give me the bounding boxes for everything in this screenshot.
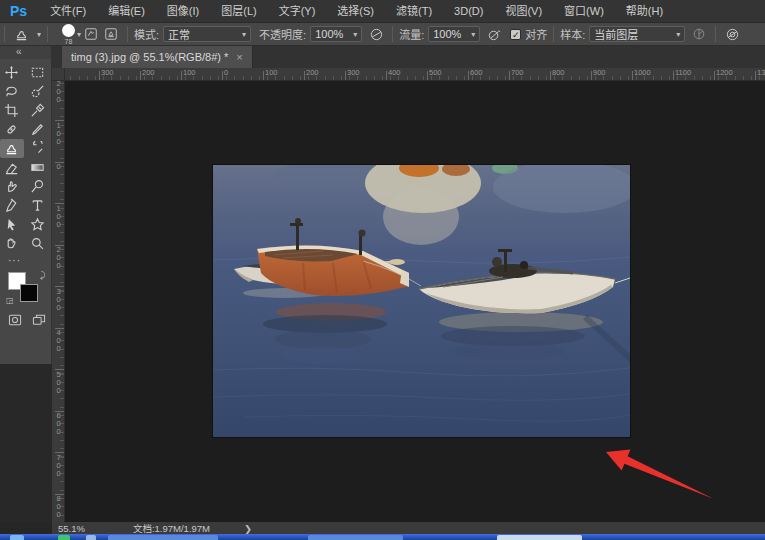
align-option[interactable]: ✓ 对齐 [510, 26, 547, 42]
sample-label: 样本: [560, 26, 585, 42]
vertical-ruler[interactable]: 2001000100200300400500600700800 [52, 81, 65, 522]
flow-label: 流量: [399, 26, 424, 42]
custom-shape-tool[interactable] [26, 215, 50, 234]
photoshop-logo: Ps [0, 3, 39, 19]
mode-label: 模式: [134, 26, 159, 42]
document-tab[interactable]: timg (3).jpg @ 55.1%(RGB/8#) * × [62, 46, 253, 68]
gradient-tool[interactable] [26, 158, 50, 177]
horizontal-ruler[interactable]: 3002001000100200300400500600700800900100… [65, 68, 765, 81]
tools-panel: « [0, 46, 52, 364]
align-label: 对齐 [525, 26, 547, 42]
menu-type[interactable]: 文字(Y) [268, 0, 327, 23]
menu-help[interactable]: 帮助(H) [615, 0, 674, 23]
clone-stamp-tool[interactable] [0, 139, 24, 158]
color-swatches: ⤸ ◲ [6, 270, 51, 310]
status-options-chevron[interactable]: ❯ [244, 523, 252, 534]
chevron-down-icon: ▾ [471, 30, 475, 39]
screen-mode-icon[interactable] [32, 314, 46, 328]
crop-tool[interactable] [0, 101, 24, 120]
close-icon[interactable]: × [236, 51, 242, 63]
spot-healing-brush-tool[interactable] [0, 120, 24, 139]
pressure-size-icon[interactable] [722, 25, 742, 43]
taskbar-window-button[interactable] [108, 535, 218, 540]
menu-3d[interactable]: 3D(D) [443, 0, 494, 23]
menu-window[interactable]: 窗口(W) [553, 0, 615, 23]
brush-tip-icon [62, 24, 75, 37]
opacity-label: 不透明度: [259, 26, 306, 42]
menu-layer[interactable]: 图层(L) [210, 0, 267, 23]
document-title: timg (3).jpg @ 55.1%(RGB/8#) * [71, 51, 228, 63]
dodge-tool[interactable] [26, 177, 50, 196]
mode-dropdown[interactable]: 正常 ▾ [163, 26, 251, 42]
photo-boats-image[interactable] [213, 165, 630, 437]
zoom-level-field[interactable]: 55.1% [52, 523, 93, 534]
brush-preset-picker[interactable]: 78 [62, 24, 75, 45]
menu-select[interactable]: 选择(S) [326, 0, 385, 23]
menu-filter[interactable]: 滤镜(T) [385, 0, 443, 23]
pressure-opacity-icon[interactable] [366, 25, 386, 43]
airbrush-icon[interactable] [484, 25, 504, 43]
zoom-tool[interactable] [26, 234, 50, 253]
tool-preset-picker[interactable]: ▾ [11, 25, 41, 43]
pen-tool[interactable] [0, 196, 24, 215]
taskbar-start-icon[interactable] [10, 535, 24, 540]
opacity-dropdown[interactable]: 100% ▾ [310, 26, 362, 42]
chevron-down-icon: ▾ [37, 30, 41, 39]
photoshop-window: Ps 文件(F) 编辑(E) 图像(I) 图层(L) 文字(Y) 选择(S) 滤… [0, 0, 765, 540]
document-size-info: 文档:1.97M/1.97M [133, 521, 210, 535]
brush-tool[interactable] [26, 120, 50, 139]
lasso-tool[interactable] [0, 82, 24, 101]
move-tool[interactable] [0, 63, 24, 82]
chevron-down-icon: ▾ [676, 30, 680, 39]
clone-stamp-preset-icon [11, 25, 31, 43]
path-selection-tool[interactable] [0, 215, 24, 234]
edit-toolbar-button[interactable]: ··· [0, 253, 51, 266]
ruler-origin-corner [52, 68, 65, 81]
tool-grid [0, 63, 51, 253]
chevron-down-icon: ▾ [242, 30, 246, 39]
menu-edit[interactable]: 编辑(E) [97, 0, 156, 23]
horizontal-type-tool[interactable] [26, 196, 50, 215]
background-color-swatch[interactable] [20, 284, 38, 302]
flow-dropdown[interactable]: 100% ▾ [428, 26, 480, 42]
quick-mask-mode-icon[interactable] [8, 314, 22, 328]
taskbar-window-button[interactable] [308, 535, 403, 540]
smudge-tool[interactable] [0, 177, 24, 196]
hand-tool[interactable] [0, 234, 24, 253]
quick-selection-tool[interactable] [26, 82, 50, 101]
brush-size-value: 78 [65, 38, 73, 45]
align-checkbox[interactable]: ✓ [510, 29, 521, 40]
swap-colors-icon[interactable]: ⤸ [40, 270, 45, 281]
status-bar-left-gap [0, 522, 52, 534]
taskbar-app-icon[interactable] [58, 535, 70, 540]
document-tab-bar: timg (3).jpg @ 55.1%(RGB/8#) * × [52, 46, 765, 68]
menu-view[interactable]: 视图(V) [494, 0, 553, 23]
menu-file[interactable]: 文件(F) [39, 0, 97, 23]
clone-source-panel-icon[interactable] [101, 25, 121, 43]
taskbar-app-icon[interactable] [86, 535, 96, 540]
brush-settings-panel-icon[interactable] [81, 25, 101, 43]
ignore-adjustment-layers-icon[interactable] [689, 25, 709, 43]
eraser-tool[interactable] [0, 158, 24, 177]
windows-taskbar[interactable] [0, 534, 765, 540]
tool-options-bar: ▾ 78 ▾ 模式: 正常 ▾ 不透明度: 100% ▾ [0, 23, 765, 46]
canvas-area[interactable] [65, 81, 765, 522]
menu-bar: Ps 文件(F) 编辑(E) 图像(I) 图层(L) 文字(Y) 选择(S) 滤… [0, 0, 765, 23]
history-brush-tool[interactable] [26, 139, 50, 158]
taskbar-window-button[interactable] [497, 535, 582, 540]
tools-panel-collapse-button[interactable]: « [0, 46, 51, 59]
status-bar: 55.1% 文档:1.97M/1.97M ❯ [0, 522, 765, 534]
eyedropper-tool[interactable] [26, 101, 50, 120]
default-colors-icon[interactable]: ◲ [6, 296, 14, 305]
chevron-down-icon: ▾ [353, 30, 357, 39]
sample-dropdown[interactable]: 当前图层 ▾ [589, 26, 685, 42]
menu-image[interactable]: 图像(I) [156, 0, 210, 23]
rectangular-marquee-tool[interactable] [26, 63, 50, 82]
